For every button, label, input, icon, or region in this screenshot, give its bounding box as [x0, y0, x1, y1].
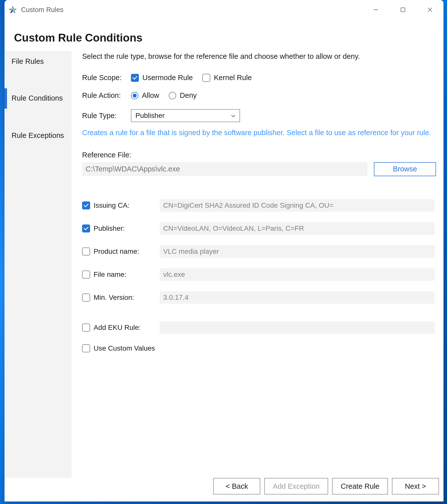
sidebar-item-rule-exceptions[interactable]: Rule Exceptions — [5, 126, 72, 146]
publisher-label: Publisher: — [94, 224, 125, 232]
deny-label: Deny — [180, 91, 197, 100]
publisher-row: Publisher: CN=VideoLAN, O=VideoLAN, L=Pa… — [82, 222, 436, 235]
content-panel: Select the rule type, browse for the ref… — [72, 51, 443, 478]
window-controls — [362, 0, 443, 20]
svg-rect-3 — [401, 8, 405, 12]
body: File Rules Rule Conditions Rule Exceptio… — [5, 51, 443, 478]
min-version-value: 3.0.17.4 — [160, 291, 434, 304]
reference-file-row: C:\Temp\WDAC\Apps\vlc.exe Browse — [82, 162, 436, 176]
eku-rule-row: Add EKU Rule: — [82, 321, 436, 334]
page-header: Custom Rule Conditions — [5, 20, 443, 51]
issuing-ca-value: CN=DigiCert SHA2 Assured ID Code Signing… — [160, 199, 434, 212]
custom-values-label: Use Custom Values — [94, 344, 155, 352]
product-name-checkbox[interactable] — [82, 247, 90, 256]
chevron-down-icon — [231, 113, 236, 119]
product-name-label: Product name: — [94, 247, 139, 256]
file-name-label: File name: — [94, 271, 126, 279]
min-version-row: Min. Version: 3.0.17.4 — [82, 291, 436, 304]
window-title: Custom Rules — [21, 6, 362, 14]
issuing-ca-checkbox[interactable] — [82, 201, 90, 209]
product-name-value: VLC media player — [160, 245, 434, 258]
issuing-ca-label: Issuing CA: — [94, 201, 129, 209]
kernel-rule-checkbox[interactable] — [202, 74, 210, 82]
wizard-window: Custom Rules Custom Rule Conditions File… — [5, 0, 443, 501]
file-name-checkbox[interactable] — [82, 271, 90, 279]
allow-radio-wrap[interactable]: Allow — [131, 91, 159, 100]
close-button[interactable] — [416, 0, 443, 20]
sidebar: File Rules Rule Conditions Rule Exceptio… — [5, 51, 72, 478]
rule-scope-row: Rule Scope: Usermode Rule Kernel Rule — [82, 74, 436, 82]
rule-type-label: Rule Type: — [82, 112, 131, 120]
intro-text: Select the rule type, browse for the ref… — [82, 51, 436, 62]
rule-action-row: Rule Action: Allow Deny — [82, 91, 436, 100]
reference-file-label: Reference File: — [82, 151, 436, 159]
rule-type-row: Rule Type: Publisher — [82, 109, 436, 122]
product-name-row: Product name: VLC media player — [82, 245, 436, 258]
publisher-checkbox[interactable] — [82, 224, 90, 232]
usermode-rule-checkbox[interactable] — [131, 74, 139, 82]
issuing-ca-row: Issuing CA: CN=DigiCert SHA2 Assured ID … — [82, 199, 436, 212]
min-version-checkbox[interactable] — [82, 294, 90, 302]
create-rule-button[interactable]: Create Rule — [332, 478, 388, 494]
publisher-value: CN=VideoLAN, O=VideoLAN, L=Paris, C=FR — [160, 222, 434, 235]
rule-scope-label: Rule Scope: — [82, 74, 131, 82]
rule-action-label: Rule Action: — [82, 91, 131, 100]
rule-type-selected: Publisher — [135, 112, 165, 120]
wizard-icon — [9, 6, 17, 14]
min-version-label: Min. Version: — [94, 294, 134, 302]
back-button[interactable]: < Back — [213, 478, 260, 494]
sidebar-item-rule-conditions[interactable]: Rule Conditions — [5, 88, 72, 109]
deny-radio[interactable] — [169, 92, 176, 99]
custom-values-row: Use Custom Values — [82, 344, 436, 352]
rule-type-select[interactable]: Publisher — [131, 109, 240, 122]
titlebar: Custom Rules — [5, 0, 443, 20]
eku-rule-checkbox[interactable] — [82, 324, 90, 332]
allow-radio[interactable] — [131, 92, 138, 99]
minimize-button[interactable] — [362, 0, 389, 20]
file-name-value: vlc.exe — [160, 268, 434, 281]
kernel-rule-checkbox-wrap[interactable]: Kernel Rule — [202, 74, 252, 82]
maximize-button[interactable] — [389, 0, 416, 20]
page-title: Custom Rule Conditions — [14, 32, 434, 44]
deny-radio-wrap[interactable]: Deny — [169, 91, 197, 100]
eku-rule-label: Add EKU Rule: — [94, 324, 141, 332]
next-button[interactable]: Next > — [392, 478, 439, 494]
browse-button[interactable]: Browse — [374, 162, 436, 176]
footer: < Back Add Exception Create Rule Next > — [5, 478, 443, 501]
rule-type-hint: Creates a rule for a file that is signed… — [82, 128, 436, 138]
kernel-rule-label: Kernel Rule — [214, 74, 252, 82]
add-exception-button[interactable]: Add Exception — [264, 478, 328, 494]
sidebar-item-file-rules[interactable]: File Rules — [5, 52, 72, 72]
file-name-row: File name: vlc.exe — [82, 268, 436, 281]
usermode-rule-checkbox-wrap[interactable]: Usermode Rule — [131, 74, 193, 82]
custom-values-checkbox[interactable] — [82, 344, 90, 352]
allow-label: Allow — [142, 91, 159, 100]
usermode-rule-label: Usermode Rule — [142, 74, 193, 82]
reference-file-input[interactable]: C:\Temp\WDAC\Apps\vlc.exe — [82, 162, 367, 176]
eku-rule-value[interactable] — [160, 321, 434, 334]
